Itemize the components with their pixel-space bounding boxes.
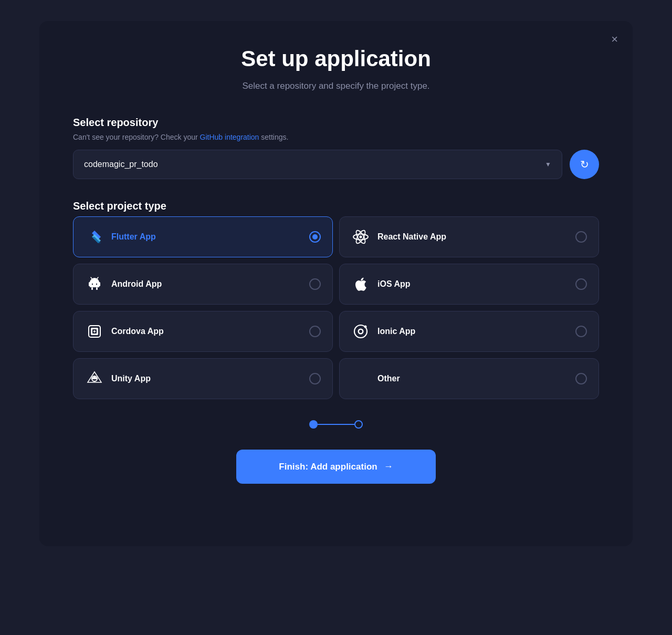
finish-button[interactable]: Finish: Add application →	[236, 450, 436, 484]
repository-row: codemagic_pr_todo ▼ ↻	[73, 150, 599, 179]
finish-button-label: Finish: Add application	[279, 462, 377, 472]
project-option-android-left: Android App	[85, 275, 162, 294]
ios-radio	[575, 278, 587, 290]
svg-rect-11	[96, 287, 98, 290]
close-icon: ×	[611, 33, 618, 46]
unity-icon	[85, 369, 104, 388]
modal-title: Set up application	[73, 46, 599, 71]
svg-point-23	[364, 326, 367, 328]
repo-select-wrapper: codemagic_pr_todo ▼	[73, 150, 562, 179]
project-option-cordova-left: Cordova App	[85, 322, 164, 341]
step-1-dot[interactable]	[309, 420, 318, 429]
react-icon	[351, 227, 370, 246]
repository-section-title: Select repository	[73, 117, 599, 129]
project-option-other-left: Other	[351, 369, 400, 388]
arrow-icon: →	[384, 461, 393, 472]
react-native-label: React Native App	[377, 232, 446, 242]
repository-section: Select repository Can't see your reposit…	[73, 117, 599, 179]
close-button[interactable]: ×	[611, 34, 618, 45]
other-radio	[575, 373, 587, 384]
svg-point-12	[92, 284, 93, 285]
other-label: Other	[377, 374, 400, 383]
repo-select[interactable]: codemagic_pr_todo ▼	[73, 150, 562, 179]
ionic-icon	[351, 322, 370, 341]
refresh-button[interactable]: ↻	[570, 150, 599, 179]
repository-hint: Can't see your repository? Check your Gi…	[73, 133, 599, 141]
cordova-icon	[85, 322, 104, 341]
ionic-label: Ionic App	[377, 327, 415, 336]
github-integration-link[interactable]: GitHub integration	[200, 133, 259, 141]
svg-line-15	[97, 277, 98, 279]
setup-modal: × Set up application Select a repository…	[39, 21, 633, 546]
svg-rect-9	[90, 283, 99, 287]
project-type-section: Select project type Flutter App	[73, 200, 599, 399]
project-type-title: Select project type	[73, 200, 599, 212]
step-line	[318, 424, 354, 425]
svg-rect-10	[91, 287, 93, 290]
svg-point-13	[96, 284, 97, 285]
cordova-radio	[309, 326, 321, 337]
project-option-unity-left: Unity App	[85, 369, 151, 388]
project-option-ionic-left: Ionic App	[351, 322, 415, 341]
stepper	[73, 420, 599, 429]
project-option-react-native-left: React Native App	[351, 227, 446, 246]
project-option-unity[interactable]: Unity App	[73, 358, 333, 399]
project-option-ios[interactable]: iOS App	[339, 264, 599, 305]
project-option-ios-left: iOS App	[351, 275, 411, 294]
svg-point-19	[93, 330, 96, 332]
unity-label: Unity App	[111, 374, 151, 383]
ios-label: iOS App	[377, 279, 411, 289]
refresh-icon: ↻	[580, 158, 589, 171]
unity-radio	[309, 373, 321, 384]
flutter-radio	[309, 231, 321, 243]
svg-point-22	[359, 330, 362, 333]
step-2-dot[interactable]	[354, 420, 363, 429]
android-label: Android App	[111, 279, 162, 289]
project-option-android[interactable]: Android App	[73, 264, 333, 305]
android-radio	[309, 278, 321, 290]
project-option-flutter-left: Flutter App	[85, 227, 156, 246]
project-option-other[interactable]: Other	[339, 358, 599, 399]
project-grid: Flutter App React Native App	[73, 216, 599, 399]
other-icon	[351, 369, 370, 388]
flutter-label: Flutter App	[111, 232, 156, 242]
chevron-down-icon: ▼	[545, 161, 551, 168]
ionic-radio	[575, 326, 587, 337]
apple-icon	[351, 275, 370, 294]
project-option-flutter[interactable]: Flutter App	[73, 216, 333, 257]
project-option-cordova[interactable]: Cordova App	[73, 311, 333, 352]
project-option-react-native[interactable]: React Native App	[339, 216, 599, 257]
project-option-ionic[interactable]: Ionic App	[339, 311, 599, 352]
react-native-radio	[575, 231, 587, 243]
cordova-label: Cordova App	[111, 327, 164, 336]
modal-subtitle: Select a repository and specify the proj…	[73, 81, 599, 91]
repo-selected-value: codemagic_pr_todo	[84, 160, 158, 169]
svg-point-6	[360, 236, 362, 238]
flutter-icon	[85, 227, 104, 246]
svg-line-14	[91, 277, 92, 279]
android-icon	[85, 275, 104, 294]
